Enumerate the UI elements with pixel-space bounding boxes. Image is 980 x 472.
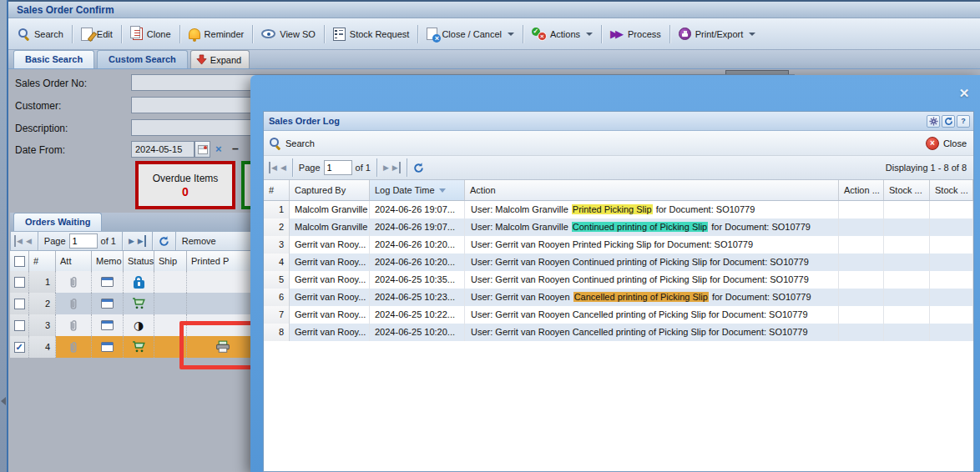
gear-icon[interactable] — [927, 115, 940, 128]
process-button[interactable]: ▶▶ Process — [604, 23, 667, 45]
search-icon — [269, 137, 281, 149]
print-export-label: Print/Export — [695, 29, 743, 39]
memo-icon — [101, 342, 114, 352]
remove-button[interactable]: Remove — [182, 236, 216, 246]
column-header[interactable]: Stock ... — [930, 180, 973, 200]
row-checkbox[interactable]: ✓ — [14, 342, 25, 353]
page-number-input[interactable] — [324, 160, 352, 175]
help-icon[interactable]: ? — [957, 115, 970, 128]
sales-order-no-label: Sales Order No: — [15, 78, 87, 89]
column-header[interactable]: # — [264, 180, 290, 200]
last-page-button[interactable]: ▶ — [392, 162, 401, 173]
chevron-down-icon — [508, 33, 514, 36]
clear-date-icon[interactable]: × — [215, 143, 222, 155]
paperclip-icon — [68, 297, 79, 311]
pager-separator — [175, 232, 176, 250]
prev-page-button[interactable]: ◀ — [26, 235, 32, 247]
prev-page-button[interactable]: ◀ — [280, 162, 286, 173]
row-checkbox[interactable] — [14, 277, 25, 288]
column-header[interactable]: Ship — [154, 251, 187, 271]
log-search-button[interactable]: Search — [269, 137, 315, 149]
last-page-button[interactable]: ▶ — [138, 235, 146, 247]
edit-label: Edit — [97, 29, 113, 39]
grid-cell: 2024-06-26 19:07... — [370, 201, 465, 218]
first-page-button[interactable]: ◀ — [269, 162, 277, 173]
tab-basic-search[interactable]: Basic Search — [13, 50, 94, 68]
column-header[interactable]: Att — [56, 251, 92, 271]
page-number-input[interactable] — [69, 233, 98, 249]
search-button[interactable]: Search — [12, 23, 69, 45]
close-cancel-button[interactable]: Close / Cancel — [421, 23, 520, 45]
grid-cell: Malcolm Granville — [290, 218, 370, 236]
next-page-button[interactable]: ▶ — [129, 235, 134, 247]
expand-button[interactable]: Expand — [190, 50, 250, 68]
select-all-header[interactable] — [10, 251, 29, 271]
log-row[interactable]: 8Gerrit van Rooy...2024-06-25 10:20...Us… — [264, 324, 973, 341]
stock-request-button[interactable]: Stock Request — [327, 23, 416, 45]
row-checkbox[interactable] — [14, 320, 25, 331]
column-header[interactable]: Captured By — [290, 180, 370, 200]
log-close-button[interactable]: × Close — [926, 137, 967, 150]
clone-button[interactable]: Clone — [124, 23, 177, 45]
grid-cell: 4 — [264, 254, 290, 271]
grid-cell — [930, 254, 973, 271]
highlighted-text: Printed Picking Slip — [572, 204, 653, 214]
grid-cell — [884, 201, 930, 218]
log-row[interactable]: 4Gerrit van Rooy...2024-06-26 10:20...Us… — [264, 254, 973, 271]
overdue-items-label: Overdue Items — [153, 173, 219, 184]
tab-custom-search[interactable]: Custom Search — [97, 50, 188, 68]
view-so-button[interactable]: View SO — [255, 23, 321, 45]
column-header[interactable]: Memo — [92, 251, 124, 271]
page-of-label: of 1 — [101, 236, 116, 246]
reminder-label: Reminder — [205, 29, 245, 39]
grid-cell — [839, 271, 884, 289]
log-row[interactable]: 7Gerrit van Rooy...2024-06-25 10:22...Us… — [264, 306, 973, 324]
tab-orders-waiting[interactable]: Orders Waiting — [13, 213, 102, 231]
log-row[interactable]: 1Malcolm Granville2024-06-26 19:07...Use… — [264, 201, 973, 218]
column-header[interactable]: # — [29, 251, 56, 271]
column-header[interactable]: Action — [465, 180, 839, 200]
reminder-button[interactable]: Reminder — [183, 23, 250, 45]
grid-cell: Gerrit van Rooy... — [290, 271, 370, 289]
orders-row[interactable]: 2 — [10, 293, 260, 314]
next-page-button[interactable]: ▶ — [383, 162, 389, 173]
grid-cell: 2024-06-26 10:20... — [370, 236, 465, 254]
first-page-button[interactable]: ◀ — [14, 235, 23, 247]
grid-cell — [56, 293, 92, 314]
cart-icon — [132, 298, 146, 309]
date-minus-button[interactable]: – — [232, 142, 239, 155]
orders-row[interactable]: 1 — [10, 271, 260, 293]
grid-cell: 7 — [264, 306, 290, 324]
tab-orders-waiting-label: Orders Waiting — [25, 217, 90, 227]
row-checkbox[interactable] — [14, 299, 25, 309]
refresh-icon[interactable] — [413, 163, 424, 173]
clone-label: Clone — [147, 29, 171, 39]
edit-button[interactable]: Edit — [75, 23, 119, 45]
grid-cell — [92, 293, 124, 314]
stock-request-label: Stock Request — [350, 29, 410, 39]
log-row[interactable]: 2Malcolm Granville2024-06-26 19:07...Use… — [264, 218, 973, 236]
collapse-left-icon[interactable] — [1, 397, 6, 405]
grid-cell — [930, 324, 973, 341]
overdue-items-box[interactable]: Overdue Items 0 — [135, 161, 235, 209]
log-row[interactable]: 3Gerrit van Rooy...2024-06-26 10:20...Us… — [264, 236, 973, 254]
log-row[interactable]: 6Gerrit van Rooy...2024-06-25 10:23...Us… — [264, 289, 973, 306]
modal-close-icon[interactable]: ✕ — [957, 86, 972, 101]
date-from-input[interactable] — [131, 141, 194, 158]
page-title: Sales Order Confirm — [8, 4, 114, 16]
actions-button[interactable]: Actions — [526, 23, 599, 45]
column-header[interactable]: Status — [124, 251, 154, 271]
grid-cell: Gerrit van Rooy... — [290, 254, 370, 271]
column-header[interactable]: Log Date Time — [370, 180, 465, 200]
date-picker-button[interactable] — [194, 141, 210, 158]
select-all-checkbox[interactable] — [14, 256, 25, 267]
log-row[interactable]: 5Gerrit van Rooy...2024-06-25 10:35...Us… — [264, 271, 973, 289]
main-toolbar: Search Edit Clone Reminder View SO — [8, 18, 980, 50]
column-header[interactable]: Stock ... — [884, 180, 930, 200]
pager-separator — [38, 232, 38, 250]
refresh-icon[interactable] — [159, 236, 169, 247]
refresh-icon[interactable] — [942, 115, 955, 128]
column-header[interactable]: Action ... — [839, 180, 884, 200]
column-header[interactable]: Printed P — [187, 251, 260, 271]
print-export-button[interactable]: Print/Export — [673, 23, 761, 45]
